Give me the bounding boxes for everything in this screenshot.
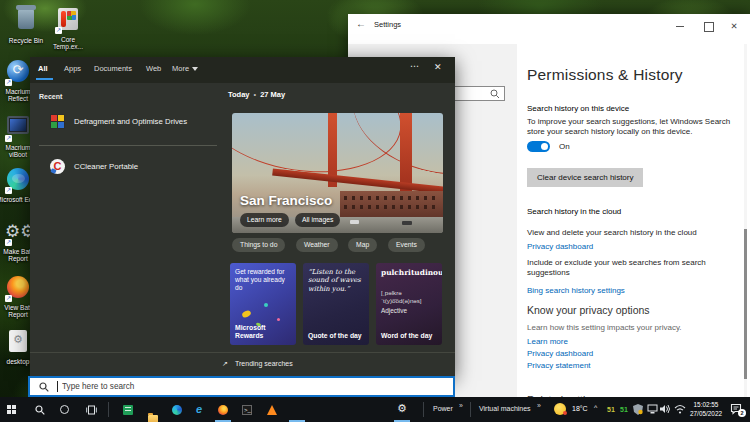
privacy-dashboard-link-2[interactable]: Privacy dashboard (527, 349, 593, 358)
pill-weather[interactable]: Weather (296, 238, 338, 252)
macrium-viboot-icon: ↗ (5, 116, 31, 142)
privacy-statement-link[interactable]: Privacy statement (527, 361, 591, 370)
privacy-dashboard-link[interactable]: Privacy dashboard (527, 242, 593, 251)
card-footer: Word of the day (381, 332, 438, 340)
taskbar-clock[interactable]: 15:02:55 27/05/2022 (685, 401, 727, 418)
firefox-icon: ↗ (5, 276, 31, 302)
back-arrow-icon[interactable]: ← (356, 18, 366, 29)
learn-more-link[interactable]: Learn more (527, 337, 568, 346)
cortana-button[interactable] (60, 405, 69, 414)
shortcut-arrow-icon: ↗ (5, 295, 12, 302)
toolbar-overflow-chevron[interactable]: » (459, 402, 463, 409)
edge-taskbar-icon[interactable] (172, 405, 182, 415)
maximize-button[interactable] (698, 17, 718, 35)
quote-of-the-day-card[interactable]: “Listen to the sound of waves within you… (303, 263, 369, 345)
learn-more-button[interactable]: Learn more (240, 213, 289, 227)
hero-title: San Francisco (240, 193, 332, 208)
pill-events[interactable]: Events (388, 238, 425, 252)
speaker-icon[interactable] (660, 404, 671, 414)
shortcut-arrow-icon: ↗ (55, 27, 62, 34)
desktop-icon-label: Recycle Bin (4, 37, 48, 44)
microsoft-rewards-card[interactable]: Get rewarded for what you already do Mic… (230, 263, 296, 345)
section-title-search-history-device: Search history on this device (527, 104, 629, 113)
card-title: Get rewarded for what you already do (235, 268, 292, 293)
core-temp-tray-1[interactable]: 51 (607, 406, 615, 413)
taskbar-search-box[interactable] (28, 376, 455, 397)
today-date: 27 May (260, 90, 285, 99)
green-spreadsheet-app-icon[interactable] (123, 405, 133, 415)
power-toolbar[interactable]: Power (433, 405, 453, 412)
more-options-icon[interactable]: ⋯ (410, 61, 420, 71)
card-title: “Listen to the sound of waves within you… (308, 268, 365, 293)
clock-time: 15:02:55 (685, 401, 727, 410)
word-of-the-day-card[interactable]: pulchritudinous [ˌpəlkrə ˈt(y)o͞od(ə)nəs… (376, 263, 442, 345)
trending-label: Trending searches (235, 360, 293, 367)
search-history-toggle[interactable] (527, 141, 550, 152)
section-body: Include or exclude your web searches fro… (527, 258, 745, 279)
section-body: To improve your search suggestions, let … (527, 117, 745, 138)
chevron-down-icon (192, 67, 198, 71)
shortcut-arrow-icon: ↗ (5, 239, 12, 246)
clear-device-search-history-button[interactable]: Clear device search history (527, 168, 643, 187)
section-body: View and delete your search history in t… (527, 228, 745, 238)
recent-item-ccleaner[interactable]: C CCleaner Portable (30, 152, 226, 182)
close-icon[interactable]: ✕ (434, 62, 442, 72)
ccleaner-icon: C (50, 159, 65, 174)
trending-searches-row[interactable]: ↗ Trending searches (30, 352, 455, 377)
toolbar-overflow-chevron[interactable]: » (537, 402, 541, 409)
scrollbar-thumb[interactable] (744, 229, 747, 379)
card-title: pulchritudinous (381, 268, 438, 277)
taskbar-search-icon[interactable] (35, 405, 45, 415)
tab-apps[interactable]: Apps (64, 64, 81, 73)
ethernet-icon[interactable] (647, 404, 658, 414)
taskbar: e >_ ⚙ Power » Virtual machines » 18°C ^… (0, 397, 750, 422)
internet-explorer-icon[interactable]: e (196, 404, 206, 414)
dot-separator: • (254, 90, 257, 99)
security-shield-icon[interactable] (633, 404, 643, 415)
fort-building (340, 191, 443, 219)
search-icon (39, 382, 49, 392)
close-button[interactable]: ✕ (724, 17, 744, 35)
search-input[interactable] (60, 378, 440, 395)
file-explorer-icon[interactable] (148, 415, 158, 422)
pill-map[interactable]: Map (348, 238, 377, 252)
weather-sun-icon[interactable] (554, 403, 566, 415)
core-temp-icon: ↗ (55, 8, 81, 34)
firefox-taskbar-icon[interactable] (218, 405, 228, 415)
hidden-icons-chevron[interactable]: ^ (594, 404, 597, 411)
task-view-button[interactable] (86, 405, 97, 415)
minimize-button[interactable] (670, 17, 690, 35)
tab-more[interactable]: More (172, 64, 198, 73)
card-footer: Quote of the day (308, 332, 365, 340)
virtual-machines-toolbar[interactable]: Virtual machines (479, 405, 531, 412)
toggle-state-label: On (559, 142, 570, 151)
all-images-button[interactable]: All images (295, 213, 340, 227)
command-prompt-icon[interactable]: >_ (242, 405, 252, 415)
section-title-search-history-cloud: Search history in the cloud (527, 207, 621, 216)
privacy-options-heading: Know your privacy options (527, 304, 650, 316)
settings-gear-icon[interactable]: ⚙ (397, 404, 407, 414)
today-header: Today•27 May (228, 90, 285, 99)
confetti (277, 318, 280, 321)
desktop-icon-core-temp[interactable]: ↗ Core Temp.ex... (46, 6, 90, 51)
recent-item-defragment[interactable]: Defragment and Optimise Drives (30, 107, 226, 137)
bing-search-history-settings-link[interactable]: Bing search history settings (527, 286, 625, 295)
privacy-options-body: Learn how this setting impacts your priv… (527, 323, 682, 332)
tab-documents[interactable]: Documents (94, 64, 132, 73)
tab-web[interactable]: Web (146, 64, 161, 73)
weather-temp[interactable]: 18°C (572, 405, 588, 412)
start-button[interactable] (7, 405, 16, 414)
macrium-reflect-icon: ↗ (5, 60, 31, 86)
core-temp-tray-2[interactable]: 51 (620, 406, 628, 413)
pill-things-to-do[interactable]: Things to do (232, 238, 285, 252)
shortcut-arrow-icon: ↗ (5, 79, 12, 86)
search-flyout: All Apps Documents Web More ⋯ ✕ Recent D… (30, 57, 455, 377)
vlc-icon[interactable] (267, 405, 277, 415)
desktop-icon-recycle-bin[interactable]: Recycle Bin (4, 6, 48, 44)
bridge-tower (400, 113, 412, 193)
page-title: Permissions & History (527, 66, 683, 84)
desktop: Recycle Bin ↗ Core Temp.ex... ↗ Macrium … (0, 0, 750, 422)
word-pronunciation: [ˌpəlkrə ˈt(y)o͞od(ə)nəs] (381, 289, 439, 305)
tab-all[interactable]: All (38, 64, 48, 73)
edge-icon: ↗ (5, 168, 31, 194)
